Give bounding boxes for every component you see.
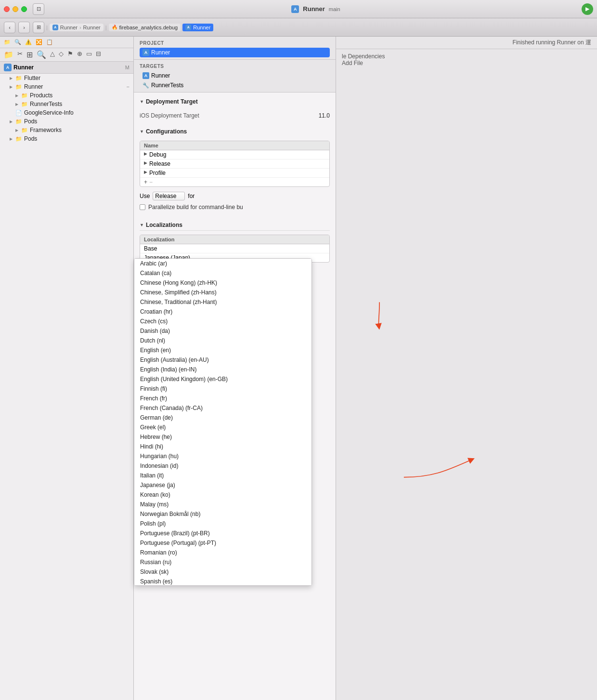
- flag-icon[interactable]: ⚑: [67, 50, 73, 59]
- lang-portuguese-pt[interactable]: Portuguese (Portugal) (pt-PT): [134, 538, 311, 548]
- config-release-label: Release: [149, 160, 170, 167]
- lang-french-ca[interactable]: French (Canada) (fr-CA): [134, 403, 311, 413]
- folder-icon[interactable]: 📁: [4, 50, 13, 59]
- main-layout: 📁🔍⚠️🔀📋 📁 ✂ ⊞ 🔍 △ ◇ ⚑ ⊕ ▭ ⊟ A Runner: [0, 37, 597, 700]
- lang-chinese-traditional[interactable]: Chinese, Traditional (zh-Hant): [134, 297, 311, 307]
- middle-panel: PROJECT A Runner TARGETS A Runner 🔧 Runn…: [134, 37, 336, 700]
- file-tab[interactable]: firebase_analytics.debug: [119, 25, 178, 30]
- config-content: ▼ Deployment Target iOS Deployment Targe…: [134, 92, 336, 700]
- loc-base-row[interactable]: Base: [140, 244, 329, 253]
- target-runner-label: Runner: [151, 72, 170, 79]
- nav-item-runner-folder[interactable]: ▶ 📁 Runner −: [0, 82, 133, 91]
- minimize-button[interactable]: [13, 6, 18, 12]
- use-select[interactable]: Release Debug Profile: [153, 192, 185, 200]
- ios-deploy-label: iOS Deployment Target: [140, 112, 199, 119]
- for-label: for: [188, 193, 195, 199]
- breadcrumb-runner2: Runner: [83, 25, 101, 30]
- lang-english[interactable]: English (en): [134, 345, 311, 355]
- traffic-lights: [4, 6, 27, 12]
- lang-romanian[interactable]: Romanian (ro): [134, 548, 311, 557]
- lang-german[interactable]: German (de): [134, 413, 311, 423]
- lang-russian[interactable]: Russian (ru): [134, 557, 311, 567]
- stack-icon[interactable]: ⊟: [96, 50, 101, 59]
- link-icon[interactable]: ⊕: [77, 50, 82, 59]
- nav-item-pods2[interactable]: ▶ 📁 Pods: [0, 134, 133, 143]
- lang-slovak[interactable]: Slovak (sk): [134, 567, 311, 577]
- lang-portuguese-br[interactable]: Portuguese (Brazil) (pt-BR): [134, 528, 311, 538]
- targets-label: TARGETS: [140, 64, 330, 69]
- lang-indonesian[interactable]: Indonesian (id): [134, 461, 311, 471]
- close-button[interactable]: [4, 6, 10, 12]
- config-debug-row[interactable]: ▶ Debug: [140, 150, 329, 159]
- nav-item-products[interactable]: ▶ 📁 Products: [0, 91, 133, 100]
- lang-korean[interactable]: Korean (ko): [134, 490, 311, 500]
- lang-chinese-hk[interactable]: Chinese (Hong Kong) (zh-HK): [134, 278, 311, 288]
- run-button[interactable]: ▶: [582, 3, 593, 15]
- app-title: Runner: [303, 5, 325, 13]
- config-release-row[interactable]: ▶ Release: [140, 159, 329, 169]
- language-dropdown: Arabic (ar) Catalan (ca) Chinese (Hong K…: [134, 258, 312, 586]
- lang-hindi[interactable]: Hindi (hi): [134, 442, 311, 451]
- target-runnertests[interactable]: 🔧 RunnerTests: [140, 80, 330, 90]
- lang-english-au[interactable]: English (Australia) (en-AU): [134, 355, 311, 365]
- nav-pods2-label: Pods: [24, 135, 37, 142]
- nav-badge: M: [125, 65, 130, 70]
- lang-czech[interactable]: Czech (cs): [134, 317, 311, 326]
- breadcrumb-icon: A: [52, 25, 58, 30]
- config-profile-row[interactable]: ▶ Profile: [140, 169, 329, 178]
- back-button[interactable]: ‹: [4, 22, 15, 33]
- lang-spanish[interactable]: Spanish (es): [134, 577, 311, 586]
- grid-icon[interactable]: ⊞: [26, 50, 33, 59]
- project-runner-item[interactable]: A Runner: [140, 48, 330, 57]
- active-tab[interactable]: Runner: [193, 25, 210, 30]
- lang-croatian[interactable]: Croatian (hr): [134, 307, 311, 317]
- annotations-overlay: [336, 55, 597, 700]
- lang-norwegian[interactable]: Norwegian Bokmål (nb): [134, 509, 311, 519]
- nav-item-flutter[interactable]: ▶ 📁 Flutter: [0, 74, 133, 82]
- lang-greek[interactable]: Greek (el): [134, 423, 311, 432]
- lang-italian[interactable]: Italian (it): [134, 471, 311, 480]
- nav-item-frameworks[interactable]: ▶ 📁 Frameworks: [0, 126, 133, 134]
- lang-polish[interactable]: Polish (pl): [134, 519, 311, 528]
- project-icon: A: [143, 49, 149, 56]
- loc-header: ▼ Localizations: [140, 220, 330, 231]
- lang-french[interactable]: French (fr): [134, 394, 311, 403]
- parallelize-row: Parallelize build for command-line bu: [140, 202, 330, 212]
- nav-item-runnertests[interactable]: ▶ 📁 RunnerTests: [0, 100, 133, 108]
- target-runner[interactable]: A Runner: [140, 71, 330, 80]
- triangle-icon[interactable]: △: [50, 50, 55, 59]
- lang-english-in[interactable]: English (India) (en-IN): [134, 365, 311, 374]
- rect-icon[interactable]: ▭: [86, 50, 92, 59]
- nav-runner-label: Runner: [24, 83, 43, 90]
- parallelize-checkbox[interactable]: [140, 204, 145, 210]
- lang-japanese[interactable]: Japanese (ja): [134, 480, 311, 490]
- nav-products-label: Products: [30, 92, 52, 99]
- finished-bar: Finished running Runner on 運: [336, 37, 597, 49]
- lang-arabic[interactable]: Arabic (ar): [134, 259, 311, 268]
- lang-dutch[interactable]: Dutch (nl): [134, 336, 311, 345]
- nav-item-pods[interactable]: ▶ 📁 Pods: [0, 117, 133, 126]
- file-navigator: 📁🔍⚠️🔀📋 📁 ✂ ⊞ 🔍 △ ◇ ⚑ ⊕ ▭ ⊟ A Runner: [0, 37, 134, 700]
- lang-catalan[interactable]: Catalan (ca): [134, 268, 311, 278]
- diamond-icon[interactable]: ◇: [59, 50, 64, 59]
- forward-button[interactable]: ›: [18, 22, 30, 33]
- nav-item-googleservice[interactable]: 📄 GoogleService-Info: [0, 108, 133, 117]
- app-icon: A: [291, 5, 299, 13]
- nav-runnertests-label: RunnerTests: [30, 101, 62, 107]
- maximize-button[interactable]: [21, 6, 27, 12]
- config-add-row[interactable]: + −: [140, 178, 329, 186]
- finished-text: Finished running Runner on 運: [513, 39, 591, 46]
- lang-hungarian[interactable]: Hungarian (hu): [134, 451, 311, 461]
- project-runner-label: Runner: [151, 49, 170, 56]
- search-icon[interactable]: 🔍: [37, 50, 46, 59]
- sidebar-toggle[interactable]: ⊡: [33, 3, 44, 15]
- lang-chinese-simplified[interactable]: Chinese, Simplified (zh-Hans): [134, 288, 311, 297]
- nav-frameworks-label: Frameworks: [30, 127, 62, 133]
- lang-malay[interactable]: Malay (ms): [134, 500, 311, 509]
- grid-view-button[interactable]: ⊞: [33, 22, 44, 33]
- lang-finnish[interactable]: Finnish (fi): [134, 384, 311, 394]
- lang-hebrew[interactable]: Hebrew (he): [134, 432, 311, 442]
- ios-deployment-row: iOS Deployment Target 11.0: [140, 111, 330, 120]
- lang-english-gb[interactable]: English (United Kingdom) (en-GB): [134, 374, 311, 384]
- lang-danish[interactable]: Danish (da): [134, 326, 311, 336]
